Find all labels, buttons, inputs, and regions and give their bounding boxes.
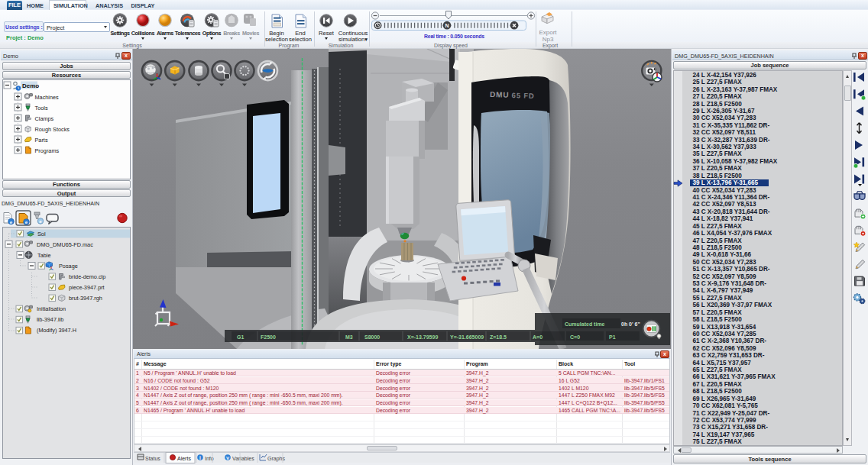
- svg-text:N: N: [445, 23, 449, 28]
- svg-text:Z=18.5: Z=18.5: [490, 334, 507, 340]
- svg-text:Alerts: Alerts: [177, 456, 191, 461]
- svg-text:Initialisation: Initialisation: [37, 305, 66, 312]
- svg-text:DMU 65 FD: DMU 65 FD: [490, 90, 535, 100]
- svg-text:Table: Table: [37, 252, 50, 259]
- svg-text:Sol: Sol: [37, 231, 46, 237]
- svg-text:X=-13.79599: X=-13.79599: [407, 334, 438, 340]
- svg-text:Posage: Posage: [59, 263, 78, 270]
- svg-text:Y=-31.665009: Y=-31.665009: [450, 334, 484, 340]
- svg-text:i: i: [199, 455, 201, 460]
- svg-text:0h 0' 6": 0h 0' 6": [621, 321, 640, 327]
- svg-text:Status: Status: [145, 456, 160, 461]
- svg-text:lib-3947.lib: lib-3947.lib: [37, 316, 63, 323]
- svg-text:piece-3947.prt: piece-3947.prt: [69, 284, 105, 291]
- svg-text:Variables: Variables: [232, 456, 254, 461]
- svg-text:M3: M3: [345, 334, 353, 340]
- svg-text:P1: P1: [609, 334, 616, 340]
- svg-text:G1: G1: [237, 334, 244, 340]
- svg-text:S8000: S8000: [364, 334, 380, 340]
- svg-text:DMG_DMU65-FD.mac: DMG_DMU65-FD.mac: [37, 241, 93, 248]
- svg-text:bride-demo.clp: bride-demo.clp: [69, 273, 105, 280]
- svg-text:Cumulated time: Cumulated time: [565, 321, 605, 327]
- svg-text:(Modify) 3947.H: (Modify) 3947.H: [37, 327, 76, 334]
- svg-text:A=0: A=0: [533, 334, 542, 340]
- svg-text:brut-3947.rgh: brut-3947.rgh: [69, 295, 102, 302]
- svg-text:F2500: F2500: [261, 334, 276, 340]
- svg-text:C=0: C=0: [570, 334, 580, 340]
